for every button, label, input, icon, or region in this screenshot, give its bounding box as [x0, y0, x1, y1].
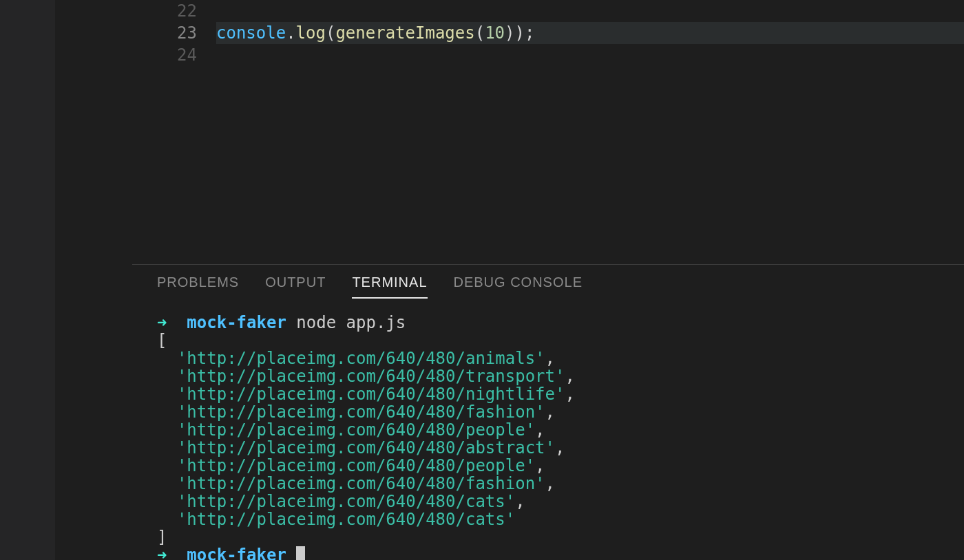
line-number: 22: [132, 0, 216, 22]
tab-output[interactable]: OUTPUT: [265, 274, 326, 299]
panel-tabs: PROBLEMS OUTPUT TERMINAL DEBUG CONSOLE: [132, 265, 964, 299]
tab-debug-console[interactable]: DEBUG CONSOLE: [454, 274, 583, 299]
code-token: console: [216, 23, 286, 43]
line-number: 23: [132, 22, 216, 44]
code-line[interactable]: [216, 44, 964, 66]
activity-bar: [0, 0, 55, 560]
output-comma: ,: [515, 492, 525, 511]
prompt-dir: mock-faker: [187, 313, 286, 332]
editor-gutter: 22 23 24: [132, 0, 216, 264]
tab-problems[interactable]: PROBLEMS: [157, 274, 239, 299]
output-item: 'http://placeimg.com/640/480/people': [177, 420, 535, 440]
output-close-bracket: ]: [157, 528, 167, 547]
code-token: 10: [485, 23, 505, 43]
editor-pane[interactable]: 22 23 24 console.log(generateImages(10))…: [132, 0, 964, 264]
code-area[interactable]: console.log(generateImages(10));: [216, 0, 964, 264]
code-line[interactable]: console.log(generateImages(10));: [216, 22, 964, 44]
prompt-command: node app.js: [296, 313, 406, 332]
output-item: 'http://placeimg.com/640/480/transport': [177, 367, 565, 386]
code-token: generateImages: [335, 23, 474, 43]
code-token: .: [286, 23, 295, 43]
output-item: 'http://placeimg.com/640/480/fashion': [177, 474, 545, 493]
output-comma: ,: [555, 438, 565, 457]
terminal-body[interactable]: ➜ mock-faker node app.js [ 'http://place…: [132, 299, 964, 560]
prompt-arrow-icon: ➜: [157, 546, 167, 560]
code-token: ));: [505, 23, 534, 43]
output-item: 'http://placeimg.com/640/480/cats': [177, 492, 515, 511]
tab-terminal[interactable]: TERMINAL: [352, 274, 427, 299]
output-item: 'http://placeimg.com/640/480/people': [177, 456, 535, 475]
main-area: 22 23 24 console.log(generateImages(10))…: [132, 0, 964, 560]
sidebar: [55, 0, 132, 560]
output-item: 'http://placeimg.com/640/480/fashion': [177, 402, 545, 422]
code-token: (: [475, 23, 485, 43]
prompt-dir: mock-faker: [187, 546, 286, 560]
code-token: log: [296, 23, 326, 43]
output-comma: ,: [545, 402, 555, 422]
output-comma: ,: [535, 456, 545, 475]
output-comma: ,: [565, 385, 574, 404]
output-comma: ,: [535, 420, 545, 440]
output-open-bracket: [: [157, 331, 167, 350]
output-comma: ,: [545, 474, 555, 493]
code-token: (: [326, 23, 335, 43]
prompt-arrow-icon: ➜: [157, 313, 167, 332]
output-comma: ,: [545, 349, 555, 368]
output-item: 'http://placeimg.com/640/480/abstract': [177, 438, 555, 457]
output-item: 'http://placeimg.com/640/480/nightlife': [177, 385, 565, 404]
app-root: 22 23 24 console.log(generateImages(10))…: [0, 0, 964, 560]
code-line[interactable]: [216, 0, 964, 22]
line-number: 24: [132, 44, 216, 66]
output-item: 'http://placeimg.com/640/480/animals': [177, 349, 545, 368]
bottom-panel: PROBLEMS OUTPUT TERMINAL DEBUG CONSOLE ➜…: [132, 264, 964, 560]
output-comma: ,: [565, 367, 574, 386]
output-item: 'http://placeimg.com/640/480/cats': [177, 510, 515, 529]
terminal-cursor: [296, 546, 305, 560]
